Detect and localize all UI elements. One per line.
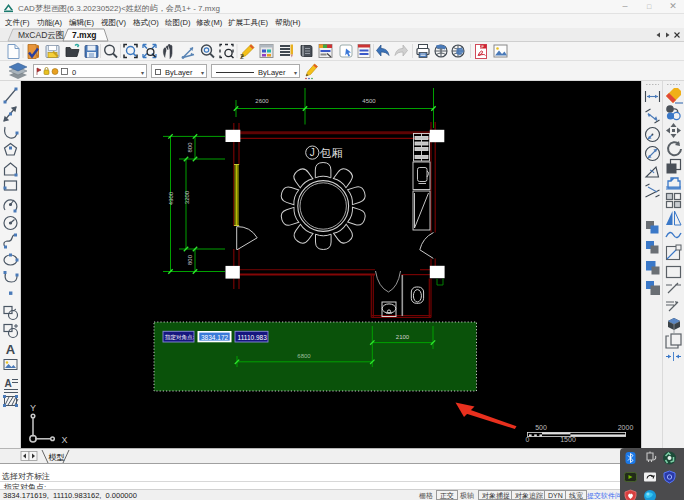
svg-text:2000: 2000 (618, 424, 634, 431)
svg-text:A: A (6, 342, 16, 357)
svg-text:模型: 模型 (49, 453, 65, 462)
svg-text:6800: 6800 (297, 353, 311, 359)
svg-text:4900: 4900 (168, 191, 174, 205)
svg-text:800: 800 (187, 254, 193, 265)
svg-text:MxCAD云图: MxCAD云图 (18, 30, 64, 40)
svg-text:11110.983: 11110.983 (238, 334, 268, 341)
svg-text:X: X (61, 435, 67, 445)
svg-text:3200: 3200 (184, 190, 190, 204)
svg-text:PDF: PDF (477, 45, 484, 49)
svg-text:J: J (310, 147, 315, 158)
svg-text:3834.172: 3834.172 (201, 334, 228, 341)
svg-text:1500: 1500 (560, 436, 576, 443)
svg-text:500: 500 (535, 424, 547, 431)
svg-text:2: 2 (240, 53, 244, 60)
svg-text:800: 800 (187, 142, 193, 153)
svg-text:指定对角点:: 指定对角点: (164, 334, 195, 341)
svg-text:2100: 2100 (396, 334, 410, 340)
svg-text:7.mxg: 7.mxg (72, 30, 97, 40)
svg-text:2600: 2600 (255, 98, 269, 104)
svg-text:0: 0 (526, 436, 530, 443)
svg-text:4500: 4500 (362, 98, 376, 104)
svg-text:A: A (4, 378, 11, 389)
svg-text:包厢: 包厢 (320, 147, 344, 159)
svg-text:Y: Y (30, 403, 36, 413)
